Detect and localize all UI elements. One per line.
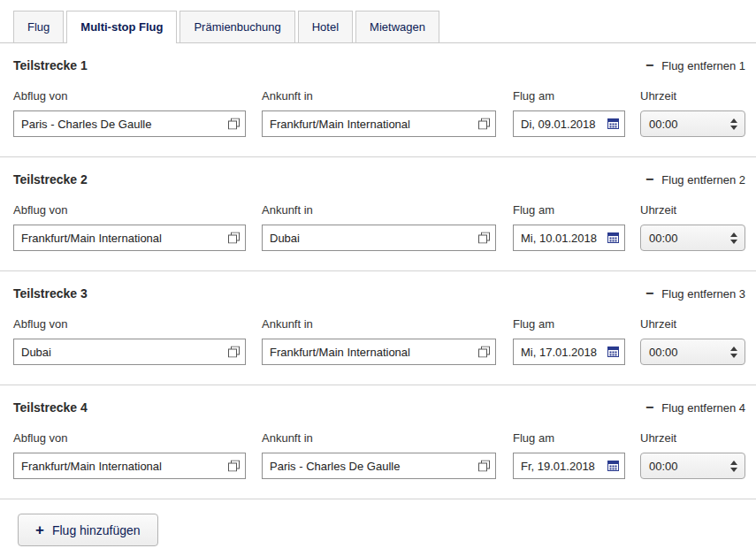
airport-picker-icon[interactable] bbox=[228, 347, 240, 358]
arrival-label: Ankunft in bbox=[262, 89, 496, 103]
airport-picker-icon[interactable] bbox=[478, 232, 490, 244]
segment-teilstrecke-1: Teilstrecke 1 − Flug entfernen 1 Abflug … bbox=[0, 43, 756, 157]
segment-teilstrecke-4: Teilstrecke 4 − Flug entfernen 4 Abflug … bbox=[0, 385, 756, 499]
remove-flight-1-link[interactable]: − Flug entfernen 1 bbox=[645, 58, 745, 72]
airport-picker-icon[interactable] bbox=[228, 232, 240, 244]
calendar-icon[interactable] bbox=[607, 461, 619, 471]
remove-flight-3-link[interactable]: − Flug entfernen 3 bbox=[645, 286, 745, 301]
remove-flight-label: Flug entfernen 3 bbox=[661, 287, 745, 301]
segment-teilstrecke-3: Teilstrecke 3 − Flug entfernen 3 Abflug … bbox=[0, 271, 756, 385]
calendar-icon[interactable] bbox=[607, 232, 619, 243]
date-label: Flug am bbox=[513, 89, 625, 103]
time-select[interactable]: 00:00 bbox=[640, 453, 745, 479]
departure-input[interactable] bbox=[13, 225, 246, 251]
departure-label: Abflug von bbox=[13, 203, 246, 217]
arrival-input[interactable] bbox=[262, 225, 496, 251]
time-select[interactable]: 00:00 bbox=[640, 110, 745, 137]
segment-title: Teilstrecke 4 bbox=[13, 400, 88, 415]
spinner-icon bbox=[730, 118, 737, 130]
tab-hotel[interactable]: Hotel bbox=[298, 11, 353, 42]
plus-icon: + bbox=[35, 522, 44, 537]
tab-mietwagen[interactable]: Mietwagen bbox=[355, 11, 439, 42]
arrival-label: Ankunft in bbox=[262, 317, 496, 331]
arrival-label: Ankunft in bbox=[262, 203, 496, 217]
spinner-icon bbox=[730, 232, 737, 244]
time-select-value: 00:00 bbox=[649, 232, 678, 245]
segment-title: Teilstrecke 2 bbox=[13, 172, 88, 187]
arrival-input[interactable] bbox=[262, 453, 496, 479]
departure-label: Abflug von bbox=[13, 317, 246, 331]
calendar-icon[interactable] bbox=[607, 347, 619, 357]
time-select-value: 00:00 bbox=[649, 346, 678, 359]
time-label: Uhrzeit bbox=[640, 203, 745, 217]
arrival-input[interactable] bbox=[262, 110, 496, 137]
minus-icon: − bbox=[645, 58, 653, 72]
remove-flight-4-link[interactable]: − Flug entfernen 4 bbox=[645, 400, 745, 415]
time-select-value: 00:00 bbox=[649, 460, 678, 473]
departure-input[interactable] bbox=[13, 110, 246, 137]
tab-flug[interactable]: Flug bbox=[13, 11, 64, 42]
date-label: Flug am bbox=[513, 317, 625, 331]
departure-label: Abflug von bbox=[13, 89, 246, 103]
remove-flight-label: Flug entfernen 4 bbox=[661, 401, 745, 415]
date-label: Flug am bbox=[513, 431, 625, 445]
add-flight-button[interactable]: + Flug hinzufügen bbox=[18, 514, 158, 546]
minus-icon: − bbox=[645, 286, 653, 301]
remove-flight-2-link[interactable]: − Flug entfernen 2 bbox=[645, 172, 745, 187]
time-select-value: 00:00 bbox=[649, 118, 678, 131]
time-select[interactable]: 00:00 bbox=[640, 339, 745, 365]
tab-multi-stop-flug[interactable]: Multi-stop Flug bbox=[66, 11, 177, 43]
segment-title: Teilstrecke 1 bbox=[13, 58, 88, 72]
arrival-input[interactable] bbox=[262, 339, 496, 365]
airport-picker-icon[interactable] bbox=[228, 461, 240, 472]
remove-flight-label: Flug entfernen 1 bbox=[661, 59, 745, 72]
minus-icon: − bbox=[645, 400, 653, 415]
departure-input[interactable] bbox=[13, 453, 246, 479]
add-flight-row: + Flug hinzufügen bbox=[0, 499, 756, 546]
add-flight-label: Flug hinzufügen bbox=[52, 523, 141, 537]
tab-bar: Flug Multi-stop Flug Prämienbuchung Hote… bbox=[0, 0, 756, 43]
segment-title: Teilstrecke 3 bbox=[13, 286, 88, 301]
segment-teilstrecke-2: Teilstrecke 2 − Flug entfernen 2 Abflug … bbox=[0, 157, 756, 271]
date-label: Flug am bbox=[513, 203, 625, 217]
time-label: Uhrzeit bbox=[640, 317, 745, 331]
airport-picker-icon[interactable] bbox=[478, 461, 490, 472]
remove-flight-label: Flug entfernen 2 bbox=[661, 173, 745, 187]
calendar-icon[interactable] bbox=[607, 118, 619, 129]
airport-picker-icon[interactable] bbox=[478, 118, 490, 130]
time-select[interactable]: 00:00 bbox=[640, 225, 745, 251]
airport-picker-icon[interactable] bbox=[478, 347, 490, 358]
time-label: Uhrzeit bbox=[640, 89, 745, 103]
tab-praemienbuchung[interactable]: Prämienbuchung bbox=[179, 11, 294, 42]
time-label: Uhrzeit bbox=[640, 431, 745, 445]
minus-icon: − bbox=[645, 172, 653, 187]
departure-label: Abflug von bbox=[13, 431, 246, 445]
spinner-icon bbox=[730, 461, 737, 472]
departure-input[interactable] bbox=[13, 339, 246, 365]
spinner-icon bbox=[730, 347, 737, 358]
airport-picker-icon[interactable] bbox=[228, 118, 240, 130]
arrival-label: Ankunft in bbox=[262, 431, 496, 445]
